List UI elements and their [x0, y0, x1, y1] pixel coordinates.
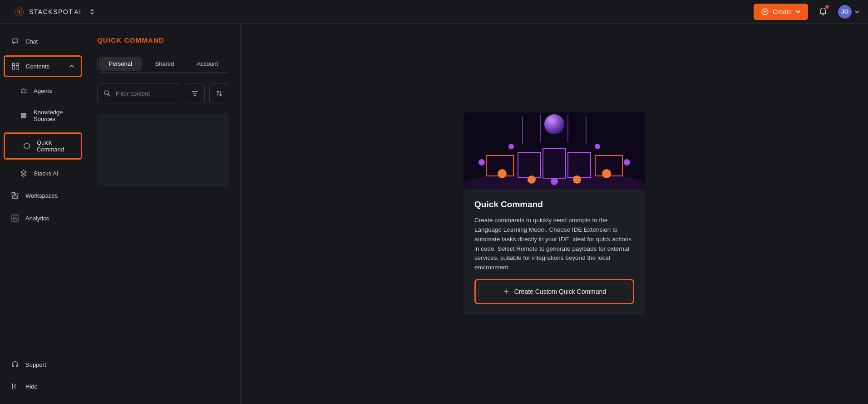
tab-label: Account [197, 60, 218, 67]
sort-icon [215, 89, 223, 97]
notification-dot [825, 5, 829, 9]
chart-icon [11, 214, 19, 222]
chevron-down-icon [795, 9, 801, 15]
chevron-down-icon [854, 9, 860, 15]
svg-point-28 [573, 175, 581, 184]
sidebar-bottom: Support Hide [0, 353, 86, 404]
search-icon [103, 89, 111, 97]
page-title: QUICK COMMAND [97, 36, 229, 44]
svg-point-9 [22, 91, 23, 92]
quick-command-card: Quick Command Create commands to quickly… [464, 112, 645, 316]
plus-circle-icon [761, 8, 769, 16]
headset-icon [11, 360, 19, 369]
filter-icon [191, 89, 199, 97]
content-list-placeholder [97, 114, 229, 187]
sidebar-item-label: Analytics [25, 215, 49, 222]
workspaces-icon [11, 191, 19, 200]
tab-shared[interactable]: Shared [143, 55, 186, 72]
sidebar-item-label: Knowledge Sources [34, 109, 75, 122]
tab-label: Shared [155, 60, 174, 67]
logo-area[interactable]: STACKSPOTAI [15, 7, 94, 17]
chevron-up-icon [69, 63, 74, 69]
svg-rect-13 [13, 196, 18, 199]
filter-button[interactable] [185, 83, 205, 103]
sidebar-item-workspaces[interactable]: Workspaces [3, 185, 83, 206]
highlight-create-button: Create Custom Quick Command [474, 279, 634, 304]
stackspot-logo-icon [15, 7, 25, 17]
highlight-contents: Contents [4, 55, 82, 77]
hexagon-icon [23, 142, 30, 150]
svg-point-29 [551, 178, 558, 185]
svg-point-10 [24, 91, 25, 92]
svg-rect-12 [15, 193, 18, 195]
sidebar-item-quick-command[interactable]: Quick Command [5, 134, 81, 158]
svg-rect-22 [518, 152, 541, 177]
notifications-button[interactable] [818, 6, 828, 18]
sidebar-item-hide[interactable]: Hide [3, 376, 83, 397]
svg-rect-23 [568, 152, 591, 177]
sidebar-item-support[interactable]: Support [3, 354, 83, 375]
nav-list: Chat Contents Agents [0, 30, 86, 229]
tab-account[interactable]: Account [186, 55, 229, 72]
card-title: Quick Command [474, 200, 634, 209]
sidebar-item-label: Support [25, 361, 46, 368]
card-hero-graphic [464, 112, 645, 189]
sidebar-item-label: Workspaces [25, 192, 58, 199]
sidebar-item-label: Agents [34, 88, 52, 94]
highlight-quick-command: Quick Command [4, 132, 82, 160]
secondary-column: QUICK COMMAND Personal Shared Account [86, 24, 241, 404]
svg-point-25 [498, 169, 507, 178]
svg-point-33 [595, 144, 600, 149]
sort-button[interactable] [209, 83, 229, 103]
sidebar-item-label: Quick Command [37, 139, 74, 153]
selector-icon[interactable] [90, 9, 94, 15]
sidebar-item-label: Hide [25, 383, 38, 390]
header-right: Create JO [754, 4, 860, 20]
filter-row [97, 83, 229, 103]
svg-point-19 [544, 114, 564, 134]
sidebar-item-label: Stacks AI [34, 170, 58, 177]
avatar: JO [838, 5, 852, 19]
svg-rect-5 [16, 63, 19, 65]
card-body: Quick Command Create commands to quickly… [464, 189, 645, 316]
search-wrap[interactable] [97, 83, 180, 103]
layers-icon [20, 170, 27, 177]
svg-point-2 [19, 10, 21, 13]
svg-rect-24 [543, 149, 566, 178]
agent-icon [20, 87, 27, 94]
logo-text: STACKSPOTAI [29, 8, 82, 16]
collapse-icon [11, 382, 19, 390]
svg-rect-8 [21, 89, 26, 93]
svg-point-15 [104, 91, 108, 95]
tab-personal[interactable]: Personal [99, 57, 142, 71]
sidebar-item-contents[interactable]: Contents [5, 57, 81, 76]
svg-point-27 [528, 175, 536, 184]
search-input[interactable] [116, 90, 174, 97]
sidebar-item-label: Chat [25, 38, 38, 45]
sidebar-item-knowledge-sources[interactable]: Knowledge Sources [0, 102, 83, 129]
create-button-label: Create [773, 8, 792, 15]
svg-point-30 [478, 159, 485, 165]
sidebar-item-analytics[interactable]: Analytics [3, 208, 83, 229]
create-custom-quick-command-button[interactable]: Create Custom Quick Command [478, 283, 630, 300]
svg-rect-7 [16, 67, 19, 69]
sidebar-item-agents[interactable]: Agents [0, 81, 83, 101]
create-button[interactable]: Create [754, 4, 808, 20]
svg-rect-11 [12, 192, 15, 195]
grid-icon [11, 62, 20, 70]
card-description: Create commands to quickly send prompts … [474, 216, 634, 273]
header: STACKSPOTAI Create JO [0, 0, 868, 24]
sidebar-item-label: Contents [26, 63, 49, 70]
tab-label: Personal [109, 60, 132, 67]
avatar-initials: JO [841, 9, 848, 15]
chat-icon [11, 37, 19, 45]
svg-point-26 [602, 169, 611, 178]
svg-point-31 [624, 159, 630, 165]
sidebar-item-stacks-ai[interactable]: Stacks AI [0, 163, 83, 183]
svg-point-32 [508, 144, 514, 149]
tabs: Personal Shared Account [97, 55, 229, 73]
sidebar: Chat Contents Agents [0, 24, 86, 404]
plus-icon [503, 288, 510, 295]
user-menu[interactable]: JO [838, 5, 860, 19]
sidebar-item-chat[interactable]: Chat [3, 31, 83, 52]
